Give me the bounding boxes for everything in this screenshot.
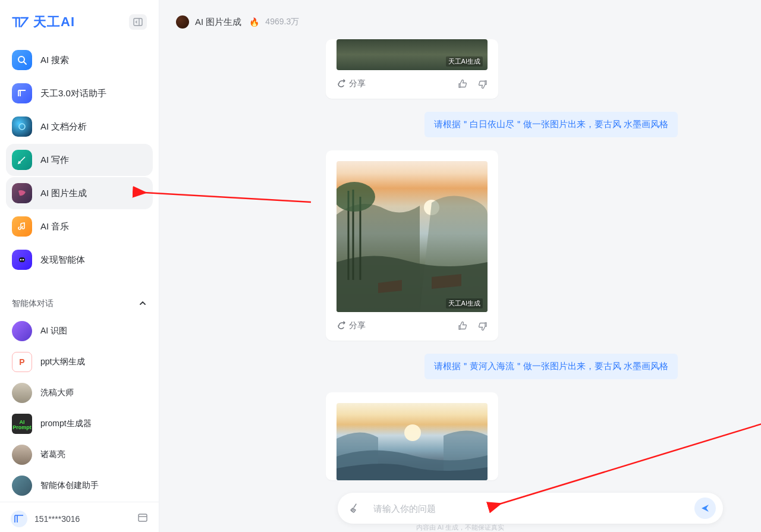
generated-image[interactable] [337,403,488,480]
nav-label: 发现智能体 [40,254,85,266]
clear-button[interactable] [342,496,367,521]
main-panel: AI 图片生成 🔥 4969.3万 天工AI生成 分享 [159,0,761,532]
nav-doc-analysis[interactable]: AI 文档分析 [6,111,153,143]
watermark: 天工AI生成 [446,298,483,309]
fire-icon: 🔥 [249,17,259,27]
agent-label: 诸葛亮 [40,449,65,460]
nav-label: AI 音乐 [40,221,69,232]
write-icon [12,150,32,170]
section-agent-chat[interactable]: 智能体对话 [0,295,159,315]
send-icon [700,503,710,514]
main-header: AI 图片生成 🔥 4969.3万 [159,0,761,39]
agent-label: 洗稿大师 [40,388,74,398]
send-button[interactable] [694,498,716,519]
svg-rect-6 [139,514,147,521]
user-message: 请根据＂白日依山尽＂做一张图片出来，要古风 水墨画风格 [424,112,678,137]
search-icon [12,50,32,70]
thumbs-down-icon [477,79,488,89]
nav-ai-music[interactable]: AI 音乐 [6,210,153,243]
share-icon [337,321,346,330]
agent-avatar-icon [12,445,32,465]
agent-label: ppt大纲生成 [40,357,85,367]
agent-item-prompt-gen[interactable]: AIPrompt prompt生成器 [6,409,153,439]
sidebar: 天工AI AI 搜索 天工3.0对话助手 AI 文档分析 AI 写作 AI 图片… [0,0,159,532]
image-icon [12,183,32,203]
share-label: 分享 [349,78,366,89]
logo-icon [12,15,29,29]
nav-discover-agents[interactable]: 发现智能体 [6,244,153,276]
broom-icon [349,502,361,514]
thumbs-down-button[interactable] [477,79,488,89]
user-name: 151****3016 [34,514,80,524]
svg-point-2 [19,124,25,130]
agent-item-image-recognition[interactable]: AI 识图 [6,316,153,346]
header-title: AI 图片生成 [195,17,241,28]
generated-image[interactable]: 天工AI生成 [337,161,488,312]
music-icon [12,216,32,237]
agent-item-ppt[interactable]: P ppt大纲生成 [6,347,153,377]
generated-image[interactable]: 天工AI生成 [337,39,488,70]
user-avatar-icon [11,511,27,527]
share-label: 分享 [349,320,366,331]
agent-item-zhugeliang[interactable]: 诸葛亮 [6,440,153,470]
agent-label: AI 识图 [40,326,67,336]
nav-list: AI 搜索 天工3.0对话助手 AI 文档分析 AI 写作 AI 图片生成 AI… [0,42,159,284]
agent-label: prompt生成器 [40,418,92,429]
agent-avatar-icon [12,321,32,341]
chat-area[interactable]: 天工AI生成 分享 请根据＂白日依山尽＂做一张图片出来，要古风 水墨画风格 [159,39,761,532]
thumbs-up-button[interactable] [458,321,468,331]
nav-label: AI 搜索 [40,55,69,66]
nav-dialog-helper[interactable]: 天工3.0对话助手 [6,77,153,109]
header-count: 4969.3万 [265,17,299,27]
agent-item-rewrite[interactable]: 洗稿大师 [6,378,153,408]
ai-message-card: 天工AI生成 分享 [326,39,498,99]
thumbs-down-button[interactable] [477,321,488,331]
agent-avatar-icon [12,476,32,496]
agent-list: AI 识图 P ppt大纲生成 洗稿大师 AIPrompt prompt生成器 … [0,315,159,502]
nav-label: AI 文档分析 [40,121,87,133]
ai-message-card [326,392,498,480]
nav-label: AI 图片生成 [40,188,87,199]
agent-label: 智能体创建助手 [40,480,99,491]
logo[interactable]: 天工AI [12,13,75,31]
dialog-icon [12,83,32,103]
svg-point-4 [20,259,22,261]
agent-item-agent-builder[interactable]: 智能体创建助手 [6,471,153,500]
logo-text: 天工AI [33,13,75,31]
nav-ai-writing[interactable]: AI 写作 [6,144,153,176]
header-avatar-icon [176,15,189,29]
document-icon [12,117,32,137]
nav-ai-search[interactable]: AI 搜索 [6,44,153,76]
disclaimer: 内容由 AI 生成，不能保证真实 [416,523,505,532]
message-input[interactable] [367,503,694,514]
agent-avatar-icon: AIPrompt [12,414,32,434]
collapse-icon [133,17,143,27]
thumbs-up-icon [458,79,468,89]
user-menu-icon[interactable] [137,512,148,525]
nav-ai-image-gen[interactable]: AI 图片生成 [6,177,153,209]
watermark: 天工AI生成 [446,56,483,67]
agent-icon [12,250,32,270]
thumbs-up-icon [458,321,468,331]
svg-point-9 [404,424,421,441]
agent-avatar-icon: P [12,352,32,372]
input-bar [338,493,723,524]
user-row[interactable]: 151****3016 [0,502,159,532]
svg-rect-0 [134,18,142,26]
thumbs-up-button[interactable] [458,79,468,89]
nav-label: AI 写作 [40,155,69,166]
thumbs-down-icon [477,321,488,331]
share-button[interactable]: 分享 [337,78,366,89]
card-actions: 分享 [326,78,498,89]
chevron-up-icon [139,299,147,309]
share-button[interactable]: 分享 [337,320,366,331]
sidebar-header: 天工AI [0,0,159,42]
section-title: 智能体对话 [12,298,54,309]
share-icon [337,79,346,89]
card-actions: 分享 [326,320,498,331]
ai-message-card: 天工AI生成 分享 [326,150,498,341]
user-message: 请根据＂黄河入海流＂做一张图片出来，要古风 水墨画风格 [424,354,678,379]
svg-rect-3 [19,257,25,262]
agent-avatar-icon [12,383,32,403]
collapse-sidebar-button[interactable] [129,14,147,30]
